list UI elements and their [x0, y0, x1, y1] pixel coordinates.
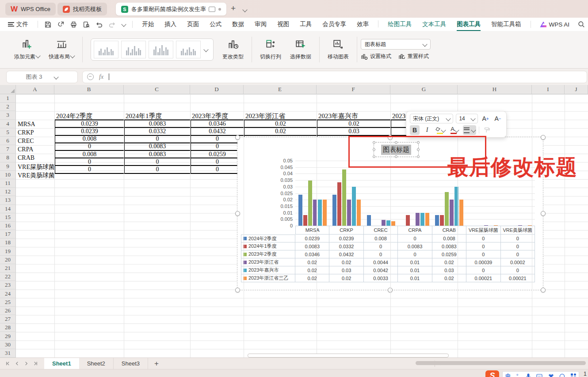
row-header-11[interactable]: 11	[0, 179, 16, 188]
bar-2024年2季度[interactable]	[298, 195, 302, 226]
wps-ai-button[interactable]: WPS AI	[535, 21, 575, 28]
gallery-expand-chevron-icon[interactable]	[203, 47, 208, 52]
add-element-button[interactable]: 添加元素	[10, 38, 44, 62]
column-header-E[interactable]: E	[244, 85, 317, 94]
column-header-C[interactable]: C	[124, 85, 190, 94]
row-header-12[interactable]: 12	[0, 188, 16, 196]
search-icon[interactable]	[577, 20, 585, 28]
bar-2023年2季度[interactable]	[342, 169, 346, 226]
bar-2023年浙江省三乙[interactable]	[323, 200, 327, 226]
menu-文本工具[interactable]: 文本工具	[417, 20, 451, 28]
more-actions-chevron-icon[interactable]	[121, 23, 126, 26]
row-header-31[interactable]: 31	[0, 349, 16, 358]
cell-value[interactable]: 0.0083	[125, 151, 191, 158]
row-header-17[interactable]: 17	[0, 230, 16, 239]
chart-style-thumbnail[interactable]	[121, 41, 146, 58]
row-header-23[interactable]: 23	[0, 281, 16, 289]
bar-2024年1季度[interactable]	[406, 215, 410, 226]
menu-页面[interactable]: 页面	[182, 20, 204, 28]
cell-value[interactable]: 0.02	[317, 120, 391, 128]
row-header-22[interactable]: 22	[0, 273, 16, 281]
ime-punctuation[interactable]: °,	[516, 373, 520, 377]
sheet-tab-Sheet1[interactable]: Sheet1	[44, 358, 79, 369]
menu-会员专享[interactable]: 会员专享	[317, 20, 351, 28]
cell-value[interactable]: 0.0083	[125, 143, 191, 151]
chart-style-thumbnail[interactable]	[149, 41, 173, 58]
cell-value[interactable]: 0	[191, 166, 244, 173]
prev-sheet-icon[interactable]	[15, 361, 19, 366]
row-header-29[interactable]: 29	[0, 332, 16, 340]
bar-2023年浙江省三乙[interactable]	[391, 221, 395, 226]
bar-2023年嘉兴市[interactable]	[420, 213, 424, 226]
cell-value[interactable]: 0.0083	[125, 120, 191, 128]
bar-2023年2季度[interactable]	[445, 192, 449, 226]
last-sheet-icon[interactable]	[33, 361, 38, 366]
cell-value[interactable]: 0	[191, 158, 244, 166]
bar-group-CRPA[interactable]	[398, 161, 432, 226]
tab-current-document[interactable]: S 各多重耐药菌感染例次发生率	[116, 3, 226, 15]
row-header-13[interactable]: 13	[0, 196, 16, 204]
bar-2024年2季度[interactable]	[367, 215, 371, 226]
row-header-21[interactable]: 21	[0, 264, 16, 273]
row-header-25[interactable]: 25	[0, 298, 16, 307]
italic-button[interactable]: I	[422, 125, 432, 135]
cell-value[interactable]: 0.0239	[55, 128, 125, 135]
row-header-4[interactable]: 4	[0, 120, 16, 128]
bar-2023年嘉兴市[interactable]	[386, 220, 390, 226]
bar-2023年浙江省三乙[interactable]	[459, 200, 463, 226]
chart-style-thumbnail[interactable]	[176, 41, 201, 58]
menu-效率[interactable]: 效率	[351, 20, 374, 28]
redo-icon[interactable]	[108, 21, 116, 28]
formula-input[interactable]: fx	[82, 71, 587, 83]
chart-resize-handle[interactable]	[235, 211, 240, 216]
horizontal-scrollbar-thumb[interactable]	[416, 361, 586, 365]
ime-chinese-mode[interactable]: 中	[505, 373, 511, 377]
floating-scrollbar[interactable]	[248, 354, 449, 358]
chart-resize-handle[interactable]	[541, 135, 546, 140]
row-header-27[interactable]: 27	[0, 315, 16, 323]
chart-resize-handle[interactable]	[235, 288, 240, 292]
bar-group-CREC[interactable]	[364, 161, 398, 226]
row-header-24[interactable]: 24	[0, 289, 16, 298]
row-header-2[interactable]: 2	[0, 103, 16, 111]
bar-2023年浙江省[interactable]	[347, 200, 351, 226]
cell-row-label[interactable]: MRSA	[18, 121, 35, 128]
menu-插入[interactable]: 插入	[159, 20, 182, 28]
undo-icon[interactable]	[95, 21, 103, 28]
cell-value[interactable]: 0.008	[55, 136, 125, 143]
row-header-26[interactable]: 26	[0, 307, 16, 315]
menu-开始[interactable]: 开始	[137, 20, 159, 28]
save-icon[interactable]	[44, 21, 52, 28]
bar-2024年1季度[interactable]	[337, 182, 341, 226]
cell-value[interactable]: 0.0259	[191, 151, 244, 158]
column-header-G[interactable]: G	[390, 85, 458, 94]
cell-value[interactable]: 0	[55, 158, 125, 166]
bar-group-MRSA[interactable]	[295, 161, 329, 226]
cell-value[interactable]: 0.0239	[55, 120, 125, 128]
add-sheet-button[interactable]: +	[148, 359, 165, 368]
bar-2023年浙江省[interactable]	[416, 213, 420, 226]
row-header-1[interactable]: 1	[0, 94, 16, 103]
column-header-I[interactable]: I	[532, 85, 565, 94]
select-all-corner[interactable]	[0, 85, 16, 94]
cell-value[interactable]: 0	[125, 136, 191, 143]
bar-2023年浙江省[interactable]	[450, 200, 454, 226]
microphone-icon[interactable]	[526, 373, 531, 377]
bar-2023年浙江省[interactable]	[382, 220, 386, 226]
change-type-button[interactable]: 更改类型	[218, 38, 248, 62]
cell-value[interactable]: 0.008	[55, 151, 125, 158]
menu-数据[interactable]: 数据	[227, 20, 249, 28]
increase-font-button[interactable]: A+	[481, 114, 490, 123]
row-header-15[interactable]: 15	[0, 213, 16, 222]
cell-row-label[interactable]: CRPA	[18, 146, 33, 153]
row-header-9[interactable]: 9	[0, 162, 16, 171]
bar-2023年2季度[interactable]	[308, 181, 312, 226]
chart-element-dropdown[interactable]: 图表标题	[361, 39, 431, 50]
chart-resize-handle[interactable]	[541, 211, 546, 216]
bar-2024年1季度[interactable]	[440, 215, 444, 226]
skin-shirt-icon[interactable]	[548, 373, 554, 377]
cell-value[interactable]: 0	[191, 143, 244, 151]
bar-2024年2季度[interactable]	[435, 215, 439, 226]
menu-公式[interactable]: 公式	[204, 20, 227, 28]
column-header-A[interactable]: A	[16, 85, 54, 94]
